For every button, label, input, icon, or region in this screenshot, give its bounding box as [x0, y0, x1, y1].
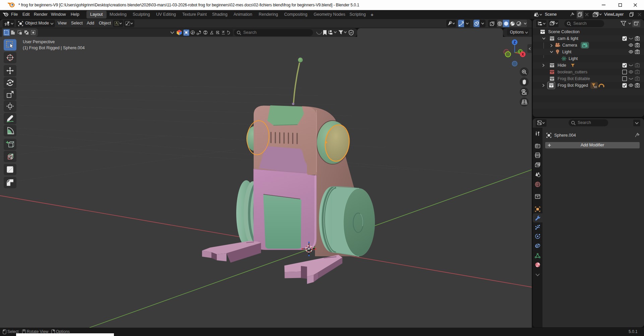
svg-text:X: X	[522, 53, 524, 56]
svg-text:Z: Z	[514, 41, 516, 44]
svg-text:10: 10	[594, 85, 597, 88]
